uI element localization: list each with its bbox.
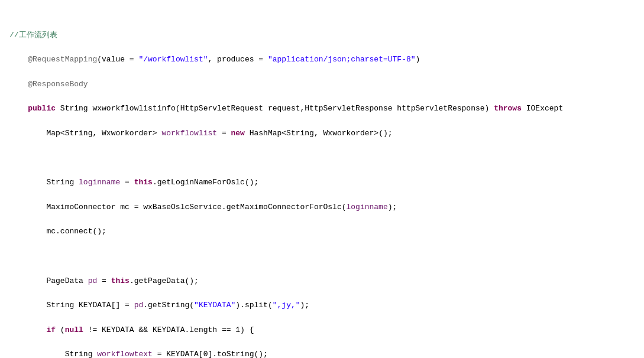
line-5: Map<String, Wxworkorder> workflowlist = … xyxy=(9,128,635,140)
line-11: PageData pd = this.getPageData(); xyxy=(9,275,635,288)
line-14: String workflowtext = KEYDATA[0].toStrin… xyxy=(9,349,635,358)
line-8: MaximoConnector mc = wxBaseOslcService.g… xyxy=(9,201,635,214)
line-9: mc.connect(); xyxy=(9,226,635,238)
code-editor: //工作流列表 @RequestMapping(value = "/workfl… xyxy=(0,0,644,358)
line-10 xyxy=(9,250,635,263)
line-3: @ResponseBody xyxy=(9,79,635,91)
line-2: @RequestMapping(value = "/workflowlist",… xyxy=(9,54,635,66)
line-13: if (null != KEYDATA && KEYDATA.length ==… xyxy=(9,324,635,337)
code-content: //工作流列表 @RequestMapping(value = "/workfl… xyxy=(0,5,644,358)
line-1: //工作流列表 xyxy=(9,30,635,42)
line-7: String loginname = this.getLoginNameForO… xyxy=(9,177,635,189)
line-12: String KEYDATA[] = pd.getString("KEYDATA… xyxy=(9,300,635,312)
line-6 xyxy=(9,152,635,165)
line-4: public String wxworkflowlistinfo(HttpSer… xyxy=(9,103,635,115)
